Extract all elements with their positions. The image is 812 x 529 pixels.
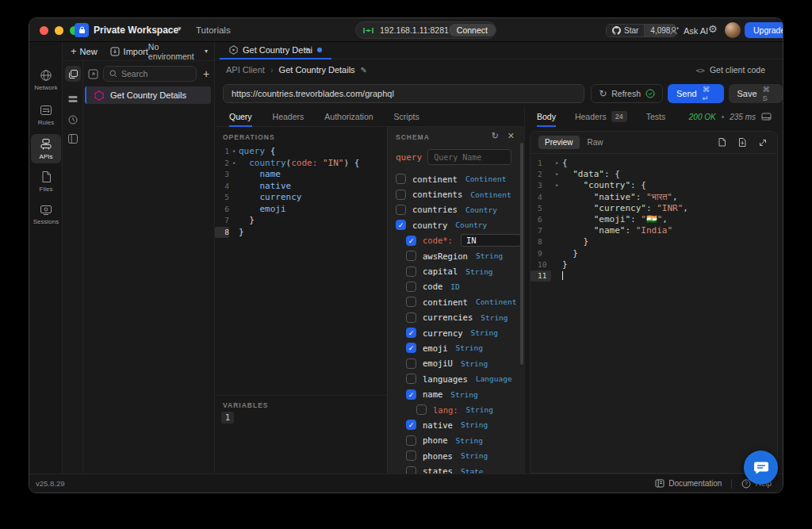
copy-icon[interactable] (717, 137, 726, 148)
user-avatar[interactable] (725, 22, 741, 38)
schema-field-country[interactable]: ✓countryCountry (388, 217, 524, 232)
environments-view-icon[interactable] (65, 91, 81, 107)
new-button[interactable]: + New (71, 45, 98, 57)
schema-field-countries[interactable]: countriesCountry (388, 202, 524, 217)
tab-scripts[interactable]: Scripts (394, 107, 419, 127)
schema-scrollbar[interactable] (520, 143, 523, 365)
github-star-button[interactable]: Star 4,098 (606, 24, 676, 37)
tab-authorization[interactable]: Authorization (324, 107, 373, 127)
workspace-selector[interactable]: Private Workspace (94, 25, 178, 36)
field-checkbox[interactable]: ✓ (406, 236, 416, 246)
import-button[interactable]: Import (110, 47, 148, 56)
field-arg-input[interactable]: IN (461, 234, 521, 247)
schema-field-emoji[interactable]: ✓emojiString (388, 340, 524, 355)
get-client-code-button[interactable]: <> Get client code (696, 65, 766, 75)
schema-field-continent[interactable]: continentContinent (388, 294, 524, 309)
ask-ai-button[interactable]: Ask AI (669, 24, 708, 37)
sidebar-item-apis[interactable]: APIs (31, 134, 61, 163)
tab-body[interactable]: Body (537, 107, 556, 127)
query-name-input[interactable] (427, 149, 511, 165)
tab-tests[interactable]: Tests (646, 107, 666, 127)
response-code[interactable]: 1▾{2▾ "data": {3▾ "country": {4 "native"… (530, 154, 777, 282)
minimize-window-button[interactable] (55, 26, 63, 35)
schema-field-continents[interactable]: continentsContinent (388, 186, 524, 201)
field-checkbox[interactable] (396, 190, 406, 200)
refresh-button[interactable]: ↻ Refresh (591, 84, 663, 103)
save-button[interactable]: Save ⌘ S (729, 84, 783, 103)
field-checkbox[interactable] (406, 450, 416, 461)
schema-field-currencies[interactable]: currenciesString (388, 310, 524, 325)
collections-view-icon[interactable] (65, 66, 81, 82)
field-checkbox[interactable] (406, 297, 416, 307)
field-checkbox[interactable]: ✓ (406, 328, 416, 338)
field-checkbox[interactable] (406, 358, 416, 369)
field-checkbox[interactable] (406, 266, 416, 277)
menu-item-tutorials[interactable]: Tutorials (196, 25, 231, 35)
sidebar-item-files[interactable]: Files (31, 171, 61, 193)
field-checkbox[interactable]: ✓ (406, 343, 416, 353)
expand-icon[interactable] (758, 138, 768, 148)
schema-field-phone[interactable]: phoneString (388, 433, 524, 448)
schema-field-native[interactable]: ✓nativeString (388, 417, 524, 432)
search-box[interactable] (103, 66, 197, 82)
tab-query[interactable]: Query (229, 107, 252, 127)
search-input[interactable] (121, 69, 185, 79)
tab-response-headers[interactable]: Headers 24 (575, 107, 627, 127)
field-checkbox[interactable] (396, 174, 406, 184)
environment-selector[interactable]: No environment ▾ (148, 42, 208, 61)
url-input[interactable] (224, 89, 584, 98)
schema-close-icon[interactable]: ✕ (508, 131, 515, 141)
settings-gear-icon[interactable]: ⚙ (708, 23, 718, 35)
schema-field-phones[interactable]: phonesString (388, 448, 524, 463)
sidebar-item-network[interactable]: Network (31, 69, 61, 91)
send-button[interactable]: Send ⌘ ↵ (668, 84, 724, 103)
field-checkbox[interactable]: ✓ (406, 420, 416, 430)
breadcrumb-root[interactable]: API Client (226, 65, 265, 75)
field-checkbox[interactable] (406, 312, 416, 323)
field-checkbox[interactable] (406, 466, 416, 473)
preview-toggle[interactable]: Preview (538, 136, 580, 149)
request-tab[interactable]: Get Country Detai (220, 42, 331, 59)
documentation-link[interactable]: Documentation (655, 479, 722, 488)
schema-field-name[interactable]: ✓nameString (388, 386, 524, 401)
schema-field-continent[interactable]: continentContinent (388, 171, 524, 186)
schema-field-code[interactable]: ✓code*:IN (388, 233, 524, 248)
raw-toggle[interactable]: Raw (588, 138, 603, 147)
field-checkbox[interactable] (406, 282, 416, 292)
field-checkbox[interactable] (406, 251, 416, 261)
add-request-button[interactable]: + (203, 67, 209, 80)
layout-panel-icon[interactable] (65, 131, 81, 147)
schema-field-currency[interactable]: ✓currencyString (388, 325, 524, 340)
tab-headers[interactable]: Headers (273, 107, 304, 127)
sidebar-item-sessions[interactable]: Sessions (31, 204, 61, 225)
close-window-button[interactable] (40, 26, 48, 35)
schema-refresh-icon[interactable]: ↻ (492, 131, 499, 141)
variables-line-number[interactable]: 1 (221, 412, 234, 424)
chat-widget-button[interactable] (744, 450, 778, 485)
field-checkbox[interactable] (396, 205, 406, 215)
history-clock-icon[interactable] (65, 112, 81, 128)
url-row: ↻ Refresh Send ⌘ ↵ Save ⌘ S (215, 80, 783, 107)
field-checkbox[interactable] (416, 404, 427, 415)
schema-field-awsRegion[interactable]: awsRegionString (388, 248, 524, 263)
field-checkbox[interactable]: ✓ (406, 389, 416, 400)
collapse-all-icon[interactable] (88, 69, 98, 79)
field-checkbox[interactable] (406, 435, 416, 446)
upgrade-button[interactable]: Upgrade (745, 22, 783, 38)
field-checkbox[interactable] (406, 374, 416, 384)
schema-field-capital[interactable]: capitalString (388, 263, 524, 278)
edit-pencil-icon[interactable]: ✎ (361, 66, 367, 75)
operations-code[interactable]: 1▾query {2▾ country(code: "IN") {3 name4… (215, 146, 387, 238)
field-checkbox[interactable]: ✓ (396, 220, 406, 230)
schema-field-code[interactable]: codeID (388, 279, 524, 294)
schema-field-languages[interactable]: languagesLanguage (388, 371, 524, 386)
sidebar-item-rules[interactable]: Rules (31, 104, 61, 126)
request-list-item[interactable]: Get Country Details (85, 86, 211, 104)
schema-field-emojiU[interactable]: emojiUString (388, 356, 524, 371)
fold-gutter (551, 248, 562, 259)
schema-field-states[interactable]: statesState (388, 463, 524, 473)
new-tab-button[interactable]: + (304, 44, 310, 56)
schema-field-lang[interactable]: lang:String (388, 402, 524, 417)
connect-button[interactable]: Connect (449, 24, 496, 36)
download-icon[interactable] (737, 137, 747, 148)
